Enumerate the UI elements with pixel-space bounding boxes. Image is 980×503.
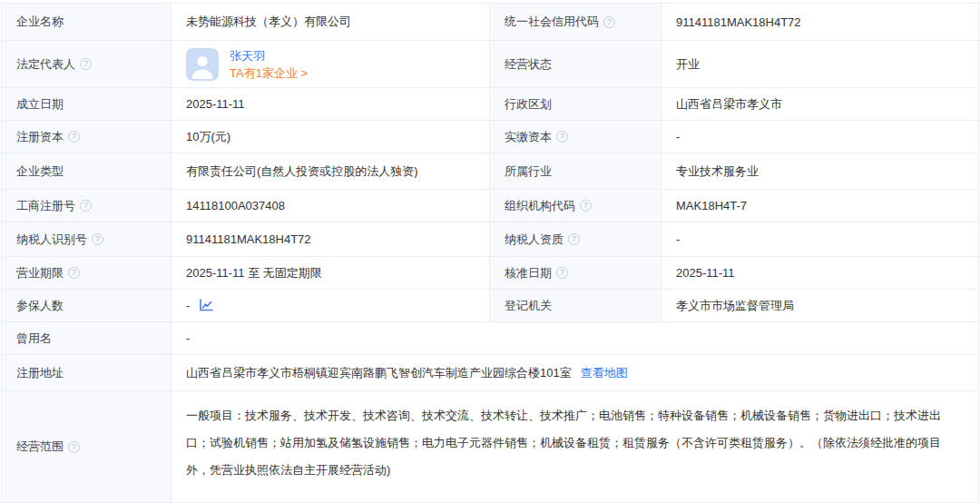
insured-count-value: - bbox=[172, 290, 490, 321]
value-text: 开业 bbox=[676, 56, 700, 73]
help-icon[interactable]: ? bbox=[80, 200, 92, 212]
business-reg-no-value: 14118100A037408 bbox=[172, 190, 490, 222]
establish-date-label: 成立日期 bbox=[2, 88, 172, 120]
help-icon[interactable]: ? bbox=[68, 267, 80, 279]
industry-label: 所属行业 bbox=[490, 153, 662, 189]
label-text: 核准日期 bbox=[505, 265, 552, 281]
value-text: MAK18H4T-7 bbox=[676, 199, 747, 212]
taxpayer-id-value: 91141181MAK18H4T72 bbox=[172, 222, 490, 256]
label-text: 营业期限 bbox=[16, 265, 64, 281]
label-text: 企业名称 bbox=[16, 14, 64, 30]
business-scope-label: 经营范围 ? bbox=[2, 391, 172, 502]
help-icon[interactable]: ? bbox=[556, 267, 568, 279]
business-reg-no-label: 工商注册号 ? bbox=[2, 190, 172, 222]
value-text: 专业技术服务业 bbox=[676, 163, 759, 180]
help-icon[interactable]: ? bbox=[568, 233, 580, 245]
company-type-label: 企业类型 bbox=[2, 153, 172, 189]
legal-rep-cell: 张天羽 TA有1家企业 > bbox=[172, 41, 490, 87]
table-row: 参保人数 - 登记机关 孝义市市场监督管理局 bbox=[2, 290, 978, 322]
credit-code-value: 91141181MAK18H4T72 bbox=[662, 4, 978, 40]
table-row: 工商注册号 ? 14118100A037408 组织机构代码 ? MAK18H4… bbox=[2, 190, 978, 222]
approval-date-label: 核准日期 ? bbox=[490, 257, 662, 289]
legal-rep-name-link[interactable]: 张天羽 bbox=[230, 48, 308, 64]
help-icon[interactable]: ? bbox=[92, 233, 103, 245]
registered-capital-value: 10万(元) bbox=[172, 121, 490, 153]
value-text: 未势能源科技（孝义）有限公司 bbox=[186, 14, 351, 30]
value-text: 91141181MAK18H4T72 bbox=[186, 232, 311, 246]
help-icon[interactable]: ? bbox=[603, 16, 615, 28]
company-type-value: 有限责任公司(自然人投资或控股的法人独资) bbox=[172, 153, 490, 189]
value-text: 2025-11-11 至 无固定期限 bbox=[186, 265, 322, 281]
admin-division-value: 山西省吕梁市孝义市 bbox=[662, 88, 978, 120]
taxpayer-qualification-label: 纳税人资质 ? bbox=[490, 222, 662, 256]
credit-code-label: 统一社会信用代码 ? bbox=[490, 4, 662, 40]
legal-rep-avatar[interactable] bbox=[186, 48, 219, 81]
registered-address-label: 注册地址 bbox=[2, 355, 172, 390]
label-text: 纳税人识别号 bbox=[16, 232, 87, 248]
label-text: 经营状态 bbox=[505, 56, 552, 73]
label-text: 实缴资本 bbox=[505, 129, 552, 145]
value-text: 14118100A037408 bbox=[186, 199, 285, 212]
value-text: 山西省吕梁市孝义市梧桐镇迎宾南路鹏飞智创汽车制造产业园综合楼101室 bbox=[186, 365, 572, 381]
label-text: 所属行业 bbox=[505, 163, 552, 180]
table-row: 营业期限 ? 2025-11-11 至 无固定期限 核准日期 ? 2025-11… bbox=[2, 257, 978, 290]
business-term-label: 营业期限 ? bbox=[2, 257, 172, 289]
help-icon[interactable]: ? bbox=[580, 200, 592, 212]
help-icon[interactable]: ? bbox=[80, 58, 92, 70]
label-text: 统一社会信用代码 bbox=[505, 14, 599, 30]
help-icon[interactable]: ? bbox=[68, 131, 80, 143]
former-name-value: - bbox=[172, 322, 978, 354]
label-text: 组织机构代码 bbox=[505, 198, 575, 214]
label-text: 工商注册号 bbox=[16, 198, 75, 214]
table-row: 纳税人识别号 ? 91141181MAK18H4T72 纳税人资质 ? - bbox=[2, 222, 978, 257]
table-row: 企业类型 有限责任公司(自然人投资或控股的法人独资) 所属行业 专业技术服务业 bbox=[2, 153, 978, 190]
value-text: - bbox=[186, 299, 190, 312]
value-text: 孝义市市场监督管理局 bbox=[676, 298, 794, 314]
establish-date-value: 2025-11-11 bbox=[172, 88, 490, 120]
business-scope-value: 一般项目：技术服务、技术开发、技术咨询、技术交流、技术转让、技术推广；电池销售；… bbox=[172, 391, 978, 502]
label-text: 法定代表人 bbox=[16, 56, 75, 73]
label-text: 经营范围 bbox=[16, 439, 64, 455]
value-text: 有限责任公司(自然人投资或控股的法人独资) bbox=[186, 163, 418, 180]
help-icon[interactable]: ? bbox=[68, 441, 80, 453]
label-text: 注册资本 bbox=[16, 129, 64, 145]
table-row: 法定代表人 ? 张天羽 TA有1家企业 > 经营状态 bbox=[2, 41, 978, 88]
value-text: 91141181MAK18H4T72 bbox=[676, 15, 801, 29]
table-row: 成立日期 2025-11-11 行政区划 山西省吕梁市孝义市 bbox=[2, 88, 978, 121]
value-text: 2025-11-11 bbox=[186, 97, 245, 111]
view-map-link[interactable]: 查看地图 bbox=[581, 365, 628, 381]
label-text: 行政区划 bbox=[505, 96, 552, 113]
registered-address-value: 山西省吕梁市孝义市梧桐镇迎宾南路鹏飞智创汽车制造产业园综合楼101室 查看地图 bbox=[172, 355, 978, 390]
status-value: 开业 bbox=[662, 41, 978, 87]
approval-date-value: 2025-11-11 bbox=[662, 257, 978, 289]
insured-count-label: 参保人数 bbox=[2, 290, 172, 321]
label-text: 注册地址 bbox=[16, 365, 64, 381]
company-info-table: 企业名称 未势能源科技（孝义）有限公司 统一社会信用代码 ? 91141181M… bbox=[1, 3, 979, 503]
table-row: 经营范围 ? 一般项目：技术服务、技术开发、技术咨询、技术交流、技术转让、技术推… bbox=[2, 391, 978, 502]
table-row: 注册资本 ? 10万(元) 实缴资本 ? - bbox=[2, 121, 978, 153]
registration-authority-label: 登记机关 bbox=[490, 290, 662, 321]
value-text: - bbox=[676, 130, 680, 143]
paid-capital-value: - bbox=[662, 121, 978, 153]
table-row: 曾用名 - bbox=[2, 322, 978, 355]
label-text: 参保人数 bbox=[16, 298, 64, 314]
value-text: - bbox=[676, 232, 680, 246]
value-text: 2025-11-11 bbox=[676, 266, 735, 280]
insured-trend-chart-icon[interactable] bbox=[199, 299, 213, 312]
industry-value: 专业技术服务业 bbox=[662, 153, 978, 189]
table-row: 注册地址 山西省吕梁市孝义市梧桐镇迎宾南路鹏飞智创汽车制造产业园综合楼101室 … bbox=[2, 355, 978, 391]
value-text: - bbox=[186, 331, 190, 345]
label-text: 成立日期 bbox=[16, 96, 64, 113]
label-text: 纳税人资质 bbox=[505, 232, 564, 248]
value-text: 一般项目：技术服务、技术开发、技术咨询、技术交流、技术转让、技术推广；电池销售；… bbox=[186, 402, 964, 484]
former-name-label: 曾用名 bbox=[2, 322, 172, 354]
legal-rep-companies-link[interactable]: TA有1家企业 > bbox=[230, 65, 308, 81]
status-label: 经营状态 bbox=[490, 41, 662, 87]
business-term-value: 2025-11-11 至 无固定期限 bbox=[172, 257, 490, 289]
label-text: 登记机关 bbox=[505, 298, 552, 314]
taxpayer-id-label: 纳税人识别号 ? bbox=[2, 222, 172, 256]
value-text: 10万(元) bbox=[186, 129, 230, 145]
help-icon[interactable]: ? bbox=[556, 131, 568, 143]
admin-division-label: 行政区划 bbox=[490, 88, 662, 120]
company-name-value: 未势能源科技（孝义）有限公司 bbox=[172, 4, 490, 40]
